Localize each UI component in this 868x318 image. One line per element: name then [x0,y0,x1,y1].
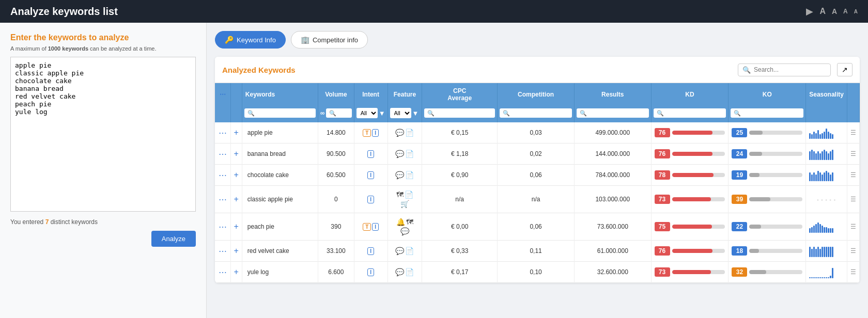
cpc-cell: € 1,18 [422,144,498,165]
row-add-icon[interactable]: + [234,170,239,179]
season-bar-segment [830,276,831,278]
volume-cell: 60.500 [318,165,354,186]
table-body: ⋯+apple pie14.800TI💬📄€ 0,150,03499.000.0… [215,122,860,283]
filter-competition[interactable] [500,108,572,118]
ko-cell: 25 [729,122,806,144]
filter-results[interactable] [577,108,649,118]
intent-cell: I [354,144,388,165]
row-dots-icon[interactable]: ⋯ [219,171,227,180]
row-dots-icon[interactable]: ⋯ [219,268,227,277]
season-bar-segment [828,132,829,139]
font-a-medium[interactable]: A [832,7,837,15]
season-bar-segment [830,133,831,139]
row-add-icon[interactable]: + [234,246,239,255]
row-dots-icon[interactable]: ⋯ [219,195,227,204]
season-bar-segment [819,277,821,278]
row-menu-icon[interactable]: ☰ [850,268,856,276]
feature-icon-map: 🗺 [406,218,413,226]
filter-ko[interactable] [731,108,803,118]
analyze-button[interactable]: Analyze [151,231,196,247]
season-bar-segment [826,247,827,257]
keyword-cell: classic apple pie [242,186,318,213]
results-cell: 61.000.000 [575,241,652,262]
filter-volume[interactable] [326,108,352,118]
cpc-cell: € 0,90 [422,165,498,186]
season-bar-segment [815,174,817,181]
season-chart [809,148,844,160]
competition-cell: 0,03 [498,122,575,144]
sidebar: Enter the keywords to analyze A maximum … [0,23,207,318]
season-bar-segment [822,247,823,257]
season-bar-segment [811,134,813,139]
row-dots-icon[interactable]: ⋯ [219,222,227,231]
ko-cell: 18 [729,241,806,262]
kd-badge: 73 [655,267,670,277]
col-kd: KD [651,83,729,106]
row-dots-icon[interactable]: ⋯ [219,129,227,137]
filter-feature-select[interactable]: All [390,108,411,118]
season-bar-segment [819,172,821,181]
col-competition: Competition [498,83,575,106]
row-menu-icon[interactable]: ☰ [850,171,856,179]
kd-bar [672,225,725,229]
filter-kd[interactable] [654,108,726,118]
feature-icon-shop: 🛒 [400,200,409,208]
tab-competitor-info[interactable]: 🏢 Competitor info [291,31,368,49]
season-bar-segment [822,133,823,139]
intent-cell: I [354,241,388,262]
export-button[interactable]: ↗ [837,63,853,76]
col-results: Results [575,83,652,106]
row-menu-icon[interactable]: ☰ [850,247,856,255]
search-input[interactable] [754,66,826,73]
tab-keyword-info[interactable]: 🔑 Keyword Info [215,31,286,49]
sidebar-heading: Enter the keywords to analyze [10,33,196,42]
season-bar-segment [826,277,827,278]
season-bar-segment [826,151,827,160]
seasonality-cell [806,241,847,262]
row-menu-icon[interactable]: ☰ [850,150,856,157]
results-cell: 499.000.000 [575,122,652,144]
font-a-xsmall[interactable]: A [854,9,858,14]
font-a-large[interactable]: A [819,7,826,16]
search-box[interactable]: 🔍 [738,63,831,76]
filter-keywords[interactable] [244,108,316,118]
season-bar-segment [811,150,813,160]
row-dots-icon[interactable]: ⋯ [219,150,227,158]
ko-bar [749,152,802,156]
main-content: 🔑 Keyword Info 🏢 Competitor info Analyze… [207,23,868,318]
table-row: ⋯+banana bread90.500I💬📄€ 1,180,02144.000… [215,144,860,165]
filter-cpc[interactable] [424,108,495,118]
row-add-icon[interactable]: + [234,222,239,231]
feature-cell: 🔔🗺💬 [388,213,422,241]
kd-bar [672,270,725,274]
play-icon[interactable]: ▶ [806,6,813,17]
keyword-cell: chocolate cake [242,165,318,186]
season-bar-segment [824,132,825,139]
row-add-icon[interactable]: + [234,149,239,158]
col-seasonality: Seasonality [806,83,847,106]
row-dots-icon[interactable]: ⋯ [219,247,227,256]
season-bar-segment [809,151,811,160]
row-add-icon[interactable]: + [234,195,239,203]
row-menu-icon[interactable]: ☰ [850,223,856,230]
seasonality-cell [806,213,847,241]
season-bar-segment [824,172,825,181]
row-menu-icon[interactable]: ☰ [850,129,856,136]
season-chart [809,169,844,181]
competition-cell: 0,10 [498,262,575,283]
row-add-icon[interactable]: + [234,267,239,276]
cpc-cell: € 0,17 [422,262,498,283]
font-a-small[interactable]: A [843,8,848,15]
season-bar-segment [815,249,817,257]
row-add-icon[interactable]: + [234,128,239,137]
ko-bar [749,173,802,177]
ko-badge: 22 [732,222,747,231]
table-row: ⋯+red velvet cake33.100I💬📄€ 0,330,1161.0… [215,241,860,262]
filter-intent-select[interactable]: All [357,108,378,118]
ko-bar [749,270,802,274]
competition-cell: 0,02 [498,144,575,165]
kd-bar [672,173,725,177]
row-menu-icon[interactable]: ☰ [850,196,856,203]
keyword-textarea[interactable]: apple pie classic apple pie chocolate ca… [10,57,196,212]
season-bar-segment [809,228,811,233]
